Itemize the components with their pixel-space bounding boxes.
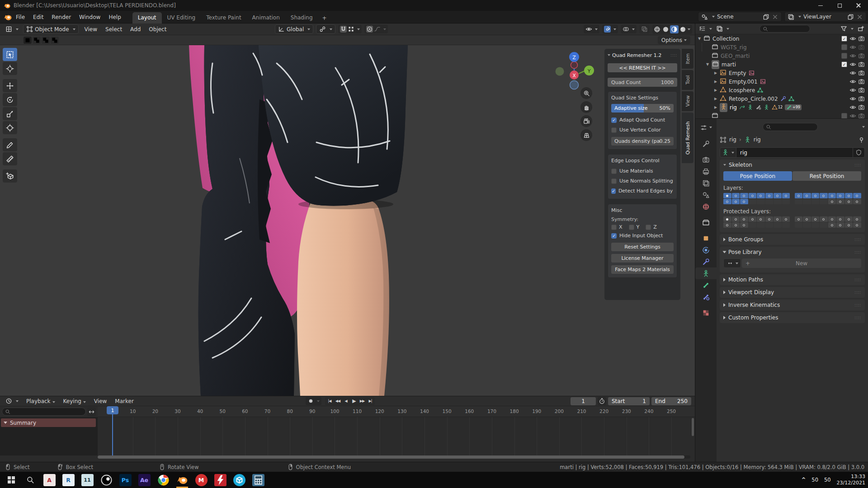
row-checkbox[interactable] <box>841 53 847 59</box>
row-checkbox[interactable] <box>841 44 847 50</box>
reset-settings-button[interactable]: Reset Settings <box>611 243 674 251</box>
layer-cell[interactable] <box>740 222 748 228</box>
layer-cell[interactable] <box>795 216 803 222</box>
rest-position-button[interactable]: Rest Position <box>793 171 861 181</box>
fake-user-button[interactable] <box>853 147 865 158</box>
use-materials-row[interactable]: Use Materials <box>611 167 674 175</box>
camback-icon[interactable] <box>858 95 865 102</box>
menu-help[interactable]: Help <box>104 13 125 22</box>
layer-cell[interactable] <box>845 193 853 198</box>
properties-tab-render[interactable] <box>695 154 717 165</box>
jump-start-button[interactable]: |◀ <box>326 398 334 405</box>
layer-cell[interactable] <box>803 199 811 204</box>
layer-cell[interactable] <box>757 193 765 198</box>
workspace-tab-shading[interactable]: Shading <box>285 12 318 23</box>
layer-cell[interactable] <box>820 216 828 222</box>
layer-cell[interactable] <box>811 216 820 222</box>
eyedrop-icon[interactable] <box>849 78 856 85</box>
license-manager-button[interactable]: License Manager <box>611 254 674 263</box>
sidebar-tab-item[interactable]: Item <box>682 49 693 69</box>
row-label[interactable]: WGTS_rig <box>721 44 747 51</box>
layer-cell[interactable] <box>782 193 790 198</box>
properties-tab-view-layer[interactable] <box>695 177 717 189</box>
panel-header-custom-properties[interactable]: Custom Properties:::: <box>720 312 865 323</box>
eyedrop-icon[interactable] <box>849 87 856 94</box>
summary-disclosure-icon[interactable] <box>4 422 7 424</box>
layer-cell[interactable] <box>765 216 774 222</box>
workspace-tab-texture-paint[interactable]: Texture Paint <box>201 12 246 23</box>
tool-move[interactable] <box>3 79 17 92</box>
editor-type-button[interactable] <box>3 25 21 33</box>
layer-cell[interactable] <box>853 193 861 198</box>
taskbar-start[interactable] <box>2 472 21 488</box>
layer-cell[interactable] <box>811 193 820 198</box>
panel-header-inverse-kinematics[interactable]: Inverse Kinematics:::: <box>720 300 865 310</box>
taskbar-revit[interactable]: R <box>59 472 78 488</box>
outliner-editor-type-button[interactable] <box>698 24 713 33</box>
outliner-row-wgts-rig[interactable]: WGTS_rig <box>695 43 868 52</box>
sidebar-tab-tool[interactable]: Tool <box>682 70 693 90</box>
disclosure-closed-icon[interactable]: ▶ <box>714 71 720 75</box>
layer-cell[interactable] <box>732 199 740 204</box>
panel-grip[interactable]: :::: <box>854 163 861 167</box>
properties-tab-texture[interactable] <box>695 307 717 319</box>
orientation-dropdown[interactable]: Global <box>275 24 313 34</box>
layer-cell[interactable] <box>853 216 861 222</box>
material-preview-icon[interactable] <box>670 25 679 33</box>
breadcrumb-data[interactable]: rig <box>754 136 761 143</box>
layer-cell[interactable] <box>836 222 844 228</box>
play-button[interactable]: ▶ <box>350 398 358 405</box>
row-label[interactable]: Empty <box>729 70 746 76</box>
row-checkbox[interactable]: ✓ <box>841 61 847 67</box>
properties-tab-collection[interactable] <box>695 216 717 228</box>
layer-cell[interactable] <box>811 199 820 204</box>
jump-end-button[interactable]: ▶| <box>366 398 374 405</box>
select-mode-set[interactable] <box>24 37 32 44</box>
outliner-filter-button[interactable] <box>840 24 854 33</box>
tool-annotate[interactable] <box>3 138 17 151</box>
tray-value-2[interactable]: 50 <box>824 477 831 483</box>
layer-cell[interactable] <box>795 193 803 198</box>
pivot-dropdown[interactable] <box>316 24 335 34</box>
hide-input-checkbox[interactable]: ✓ <box>611 233 617 239</box>
rendered-icon[interactable] <box>679 25 687 33</box>
panel-grip[interactable]: :::: <box>854 250 861 254</box>
tray-expand-button[interactable]: ^ <box>802 477 806 483</box>
layer-cell[interactable] <box>828 216 836 222</box>
options-dropdown[interactable]: Options <box>658 36 690 44</box>
layer-cell[interactable] <box>774 193 782 198</box>
properties-tab-constraints[interactable] <box>695 256 717 267</box>
layer-cell[interactable] <box>774 216 782 222</box>
new-collection-button[interactable] <box>857 24 865 33</box>
close-button[interactable] <box>849 0 868 11</box>
disclosure-closed-icon[interactable]: ▶ <box>714 97 720 101</box>
proportional-edit-icon[interactable] <box>366 26 373 33</box>
layer-cell[interactable] <box>828 199 836 204</box>
select-mode-subtract[interactable] <box>42 37 50 44</box>
eyedrop-icon[interactable] <box>849 95 856 102</box>
layer-cell[interactable] <box>782 216 790 222</box>
properties-tab-bone-constraint[interactable] <box>695 291 717 303</box>
properties-editor-type-button[interactable] <box>695 122 717 133</box>
layer-cell[interactable] <box>820 193 828 198</box>
layer-cell[interactable] <box>732 222 740 228</box>
delete-viewlayer-icon[interactable] <box>856 14 863 20</box>
properties-tab-object[interactable] <box>695 232 717 244</box>
layer-cell[interactable] <box>803 216 811 222</box>
camback-icon[interactable] <box>858 113 865 118</box>
symmetry-y-checkbox[interactable] <box>629 225 634 230</box>
outliner-display-mode-button[interactable] <box>715 24 730 33</box>
auto-key-button[interactable] <box>306 397 321 405</box>
outliner-row-geo-marti[interactable]: GEO_marti <box>695 52 868 60</box>
properties-tab-data[interactable] <box>695 267 717 279</box>
layer-cell[interactable] <box>836 193 844 198</box>
layer-cell[interactable] <box>853 199 861 204</box>
panel-grip[interactable]: :::: <box>670 53 677 57</box>
delete-scene-icon[interactable] <box>772 14 778 20</box>
layer-cell[interactable] <box>757 222 765 228</box>
eyedrop-icon[interactable] <box>849 113 856 118</box>
layer-cell[interactable] <box>828 222 836 228</box>
use-vertex-color-checkbox[interactable] <box>611 127 617 133</box>
gizmos-toggle[interactable] <box>602 25 618 33</box>
disclosure-closed-icon[interactable]: ▶ <box>714 88 720 92</box>
